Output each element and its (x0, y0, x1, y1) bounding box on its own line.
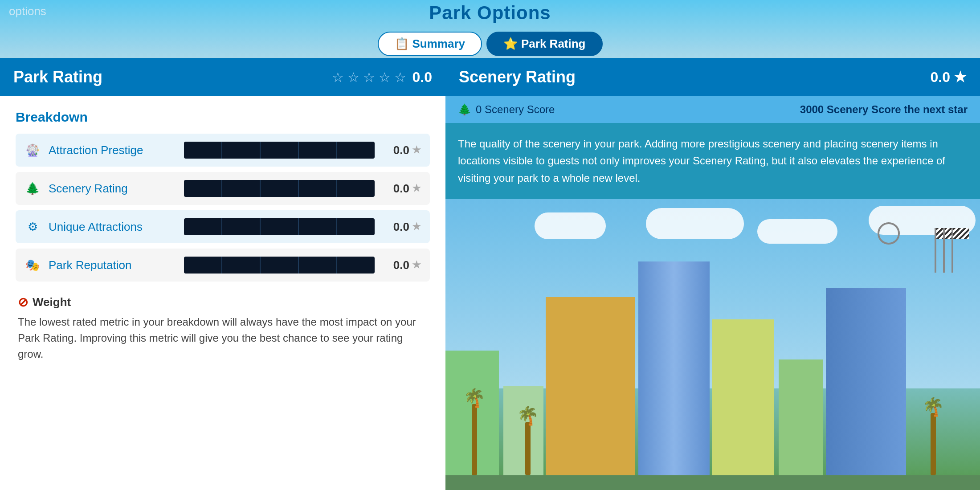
attraction-prestige-icon: 🎡 (24, 143, 41, 157)
cloud-1 (535, 212, 606, 239)
building-4 (638, 261, 710, 475)
summary-label: Summary (412, 37, 466, 51)
page-title: Park Options (429, 2, 551, 24)
main-content: Park Rating ☆ ☆ ☆ ☆ ☆ 0.0 Breakdown 🎡 At… (0, 58, 980, 490)
scenery-rating-star-icon: ★ (412, 183, 421, 194)
right-panel-header: Scenery Rating 0.0 ★ (445, 58, 980, 96)
palm-tree-2: 🌴 (517, 405, 539, 475)
scenery-score-bar: 🌲 0 Scenery Score 3000 Scenery Score the… (445, 96, 980, 123)
unique-attractions-star-icon: ★ (412, 221, 421, 233)
building-7 (826, 288, 906, 475)
metric-row-scenery-rating: 🌲 Scenery Rating 0.0 ★ (16, 172, 430, 205)
scenery-rating-bar (184, 180, 375, 197)
metric-row-unique-attractions: ⚙ Unique Attractions 0.0 ★ (16, 210, 430, 243)
star-2: ☆ (347, 69, 359, 85)
park-reputation-score: 0.0 ★ (385, 258, 421, 272)
unique-attractions-score: 0.0 ★ (385, 220, 421, 234)
palm-tree-1: 🌴 (463, 388, 486, 475)
building-3 (546, 297, 635, 475)
palm-top-3: 🌴 (922, 396, 944, 417)
tab-park-rating[interactable]: ⭐ Park Rating (486, 32, 603, 56)
palm-tree-3: 🌴 (922, 396, 944, 475)
scenery-rating-label: Scenery Rating (49, 182, 173, 196)
park-rating-stars: ☆ ☆ ☆ ☆ ☆ 0.0 (332, 69, 432, 86)
left-panel-body: Breakdown 🎡 Attraction Prestige 0.0 (0, 96, 445, 490)
cloud-3 (757, 219, 837, 244)
scenery-rating-icon: 🌲 (24, 182, 41, 196)
park-reputation-icon: 🎭 (24, 258, 41, 272)
tab-row: 📋 Summary ⭐ Park Rating (378, 32, 603, 56)
options-label: options (9, 4, 46, 18)
park-reputation-star-icon: ★ (412, 259, 421, 271)
scenery-tree-icon: 🌲 (458, 103, 471, 116)
weight-section: ⊘ Weight The lowest rated metric in your… (16, 295, 430, 362)
left-panel-title: Park Rating (13, 68, 102, 86)
right-panel-body: The quality of the scenery in your park.… (445, 123, 980, 199)
scenery-score-next-star: 3000 Scenery Score the next star (800, 103, 968, 116)
scenery-rating-value-display: 0.0 ★ (931, 69, 967, 86)
left-panel-header: Park Rating ☆ ☆ ☆ ☆ ☆ 0.0 (0, 58, 445, 96)
weight-warning-icon: ⊘ (18, 295, 28, 310)
star-4: ☆ (379, 69, 391, 85)
park-image: 🌴 🌴 🌴 (445, 199, 980, 490)
unique-attractions-bar (184, 218, 375, 235)
park-image-placeholder: 🌴 🌴 🌴 (445, 199, 980, 490)
scenery-description: The quality of the scenery in your park.… (458, 135, 968, 187)
left-panel: Park Rating ☆ ☆ ☆ ☆ ☆ 0.0 Breakdown 🎡 At… (0, 58, 445, 490)
tab-summary[interactable]: 📋 Summary (378, 32, 482, 56)
scenery-rating-score: 0.0 ★ (385, 182, 421, 196)
weight-title: ⊘ Weight (18, 295, 428, 310)
star-1: ☆ (332, 69, 344, 85)
building-6 (779, 359, 823, 475)
top-bar: options Park Options 📋 Summary ⭐ Park Ra… (0, 0, 980, 58)
weight-description: The lowest rated metric in your breakdow… (18, 314, 428, 362)
star-5: ☆ (394, 69, 406, 85)
metric-row-park-reputation: 🎭 Park Reputation 0.0 ★ (16, 249, 430, 282)
summary-icon: 📋 (395, 37, 409, 51)
ground (445, 475, 980, 490)
scenery-score-left: 🌲 0 Scenery Score (458, 103, 555, 116)
scenery-star-icon: ★ (954, 69, 967, 86)
building-5 (712, 319, 774, 475)
attraction-prestige-bar (184, 142, 375, 159)
palm-top-2: 🌴 (517, 405, 539, 426)
palm-top-1: 🌴 (463, 388, 486, 408)
unique-attractions-label: Unique Attractions (49, 220, 173, 234)
breakdown-title: Breakdown (16, 110, 430, 125)
park-rating-label: Park Rating (521, 37, 586, 51)
park-reputation-bar (184, 257, 375, 274)
park-rating-icon: ⭐ (503, 37, 518, 51)
metric-row-attraction-prestige: 🎡 Attraction Prestige 0.0 ★ (16, 134, 430, 167)
unique-attractions-icon: ⚙ (24, 220, 41, 234)
attraction-prestige-label: Attraction Prestige (49, 143, 173, 157)
attraction-prestige-star-icon: ★ (412, 144, 421, 156)
scenery-score-current: 0 Scenery Score (476, 103, 555, 116)
star-3: ☆ (363, 69, 375, 85)
park-reputation-label: Park Reputation (49, 258, 173, 272)
park-rating-value: 0.0 (412, 69, 432, 86)
cloud-2 (646, 208, 744, 239)
right-panel: Scenery Rating 0.0 ★ 🌲 0 Scenery Score 3… (445, 58, 980, 490)
attraction-prestige-score: 0.0 ★ (385, 143, 421, 157)
scenery-rating-title: Scenery Rating (459, 68, 576, 86)
